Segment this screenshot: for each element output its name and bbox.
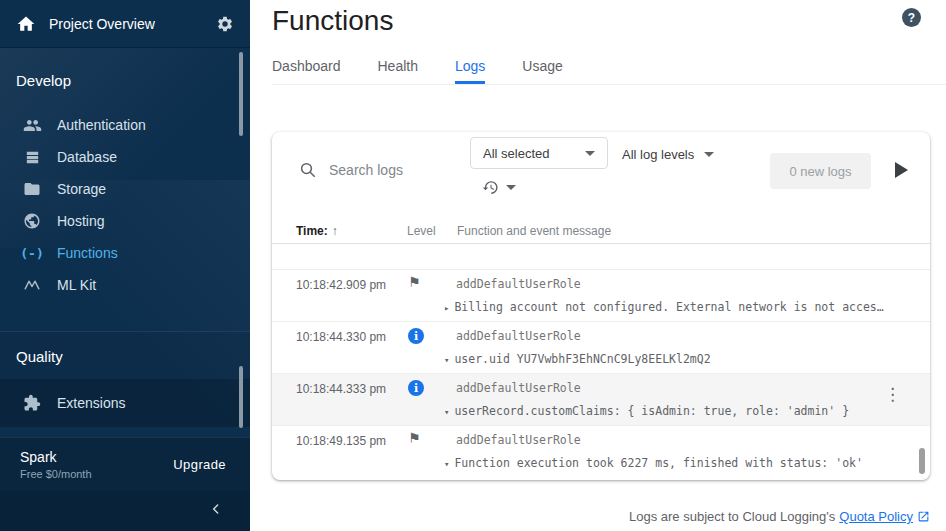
info-icon: i [408,380,424,396]
tab-bar: Dashboard Health Logs Usage [272,50,946,85]
expander-icon[interactable]: ▾ [444,407,449,417]
flag-icon: ⚑ [408,430,421,446]
sidebar-item-storage[interactable]: Storage [0,173,250,205]
play-icon[interactable] [895,162,908,178]
severity-filter-value: All selected [483,146,549,161]
sidebar: Project Overview Develop Authentication … [0,0,250,531]
sort-asc-icon: ↑ [332,224,338,238]
logs-toolbar: All selected All log levels 0 new logs [272,132,930,218]
gear-icon[interactable] [216,15,234,33]
tab-usage[interactable]: Usage [522,50,562,84]
plan-section: Spark Free $0/month Upgrade [0,437,250,490]
column-time[interactable]: Time:↑ [296,224,338,238]
sidebar-item-hosting[interactable]: Hosting [0,205,250,237]
upgrade-button[interactable]: Upgrade [173,457,226,472]
search-icon [299,161,317,179]
external-link-icon [917,510,930,523]
sidebar-item-label: Storage [57,181,106,197]
storage-icon [22,180,42,198]
log-function-name: addDefaultUserRole [456,433,581,447]
sidebar-item-label: Database [57,149,117,165]
new-logs-button[interactable]: 0 new logs [770,153,871,189]
chevron-down-icon [506,185,516,190]
sidebar-item-label: Hosting [57,213,104,229]
people-icon [22,116,42,135]
database-icon [22,149,42,166]
plan-detail: Free $0/month [20,468,92,480]
develop-nav: Authentication Database Storage Hosting [0,109,250,301]
project-overview-label: Project Overview [49,16,155,32]
functions-icon: (-) [22,246,42,261]
log-levels-value: All log levels [622,147,694,162]
section-header-quality: Quality [0,332,250,379]
home-icon [16,14,36,34]
collapse-icon [208,501,224,521]
info-icon: i [408,328,424,344]
log-message-line: ▾user.uid YU7VwbhF3EhNCnC9Ly8EELKl2mQ2 [444,352,711,366]
log-row[interactable]: 10:18:44.330 pm i addDefaultUserRole ▾us… [272,322,930,374]
log-row[interactable]: 10:18:44.333 pm i addDefaultUserRole ▾us… [272,374,930,426]
log-function-name: addDefaultUserRole [456,329,581,343]
logs-scrollbar[interactable] [919,448,925,474]
column-level: Level [407,224,436,238]
log-function-name: addDefaultUserRole [456,381,581,395]
sidebar-item-label: Functions [57,245,118,261]
expander-icon[interactable]: ▾ [444,459,449,469]
expander-icon[interactable]: ▸ [444,303,449,313]
tab-health[interactable]: Health [378,50,418,84]
chevron-down-icon [704,152,714,157]
log-row[interactable]: 10:18:42.909 pm ⚑ addDefaultUserRole ▸Bi… [272,270,930,322]
page-title: Functions [272,0,393,42]
history-dropdown[interactable] [482,179,516,196]
sidebar-item-ml-kit[interactable]: ML Kit [0,269,250,301]
log-message: user.uid YU7VwbhF3EhNCnC9Ly8EELKl2mQ2 [454,352,710,366]
sidebar-item-label: Authentication [57,117,146,133]
project-overview-bar[interactable]: Project Overview [0,0,250,48]
log-message-line: ▾userRecord.customClaims: { isAdmin: tru… [444,404,849,418]
footer-text: Logs are subject to Cloud Logging's [629,509,835,524]
log-time: 10:18:49.135 pm [296,434,386,448]
sidebar-item-extensions[interactable]: Extensions [0,379,250,427]
firebase-console: Project Overview Develop Authentication … [0,0,946,531]
log-function-name: addDefaultUserRole [456,277,581,291]
plan-name: Spark [20,449,92,465]
sidebar-scrollbar[interactable] [239,52,243,136]
main-content: Functions ? Dashboard Health Logs Usage … [250,0,946,531]
hosting-icon [22,212,42,230]
sidebar-scrollbar[interactable] [239,366,243,428]
ml-kit-icon [22,276,42,294]
log-time: 10:18:44.333 pm [296,382,386,396]
quality-section: Quality Extensions [0,331,250,427]
section-header-develop: Develop [0,48,250,109]
column-message: Function and event message [457,224,611,238]
sidebar-collapse-bar[interactable] [0,490,250,531]
help-glyph: ? [908,11,915,25]
flag-icon: ⚑ [408,274,421,290]
log-levels-dropdown[interactable]: All log levels [622,143,714,165]
log-table-header: Time:↑ Level Function and event message [272,218,930,244]
log-message: Billing account not configured. External… [454,300,883,314]
log-message: userRecord.customClaims: { isAdmin: true… [454,404,849,418]
log-time: 10:18:44.330 pm [296,330,386,344]
log-message-line: ▸Billing account not configured. Externa… [444,300,884,314]
log-time: 10:18:42.909 pm [296,278,386,292]
chevron-down-icon [585,151,595,156]
sidebar-item-label: ML Kit [57,277,96,293]
help-icon[interactable]: ? [902,8,921,27]
tab-logs[interactable]: Logs [455,50,485,84]
sidebar-item-authentication[interactable]: Authentication [0,109,250,141]
log-row[interactable]: 10:18:49.135 pm ⚑ addDefaultUserRole ▾Fu… [272,426,930,478]
expander-icon[interactable]: ▾ [444,355,449,365]
footer-note: Logs are subject to Cloud Logging's Quot… [629,509,930,524]
quota-policy-link[interactable]: Quota Policy [839,509,913,524]
search-input[interactable] [329,158,459,182]
log-message: Function execution took 6227 ms, finishe… [454,456,863,470]
severity-filter-dropdown[interactable]: All selected [470,137,608,169]
kebab-menu-icon[interactable]: ⋮ [884,384,901,405]
log-row-partial [272,244,930,270]
history-icon [482,179,499,196]
log-message-line: ▾Function execution took 6227 ms, finish… [444,456,863,470]
sidebar-item-functions[interactable]: (-) Functions [0,237,250,269]
tab-dashboard[interactable]: Dashboard [272,50,341,84]
sidebar-item-database[interactable]: Database [0,141,250,173]
